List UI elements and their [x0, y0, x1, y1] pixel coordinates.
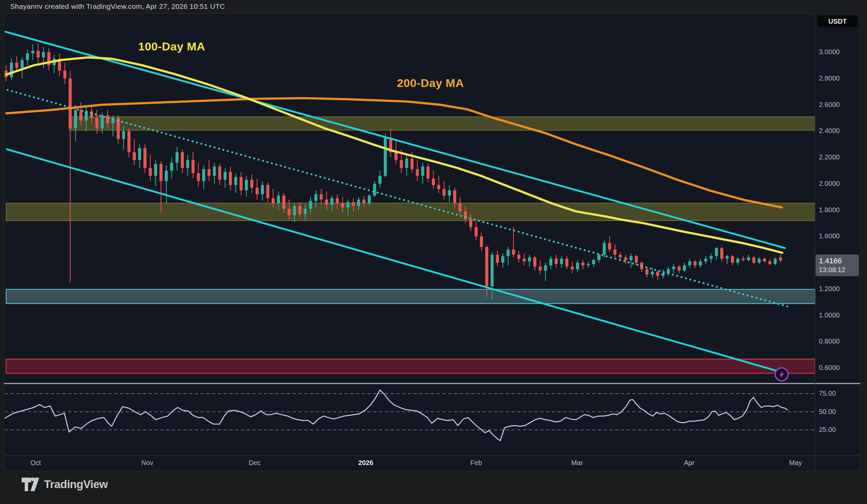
candle-body	[661, 273, 664, 276]
candle-body	[21, 60, 24, 68]
price-tick-1.6000[interactable]: 1.6000	[819, 232, 839, 240]
price-tick-2.2000[interactable]: 2.2000	[819, 153, 839, 161]
zone-support-1.09-1.20	[6, 289, 815, 304]
candle-body	[63, 70, 66, 78]
time-label-Mar[interactable]: Mar	[571, 459, 583, 467]
candle-body	[256, 187, 259, 194]
price-tick-2.8000[interactable]: 2.8000	[819, 75, 839, 82]
candle-body	[517, 255, 520, 259]
candle-body	[720, 248, 724, 259]
candle-body	[314, 194, 317, 201]
candle-body	[565, 259, 568, 266]
zone-support-0.56-0.67	[6, 359, 815, 373]
candle-body	[207, 169, 211, 176]
rsi-tick-25.00[interactable]: 25.00	[819, 426, 836, 434]
candle-body	[592, 260, 595, 264]
candle-body	[432, 178, 435, 185]
candle-body	[239, 177, 243, 190]
last-price-tag: 1.4166 13:08:12	[815, 254, 859, 276]
candle-body	[421, 166, 424, 176]
rsi-tick-50.00[interactable]: 50.00	[819, 408, 836, 416]
candle-body	[496, 255, 499, 263]
candle-body	[10, 63, 13, 77]
candle-body	[186, 160, 189, 168]
candle-body	[288, 209, 291, 215]
time-label-Nov[interactable]: Nov	[141, 459, 153, 467]
candle-body	[149, 168, 152, 176]
candle-body	[277, 196, 280, 204]
credit-line: Shayannv created with TradingView.com, A…	[10, 2, 225, 11]
candle-body	[410, 159, 414, 169]
candle-body	[74, 110, 77, 128]
candle-body	[405, 159, 408, 168]
candle-body	[15, 63, 18, 68]
candle-body	[709, 256, 713, 259]
candle-body	[688, 261, 691, 265]
candle-body	[79, 110, 82, 121]
candle-body	[143, 148, 147, 168]
time-label-2026[interactable]: 2026	[358, 459, 374, 467]
rsi-tick-75.00[interactable]: 75.00	[819, 390, 836, 397]
ma200-line	[7, 98, 782, 208]
candle-body	[533, 257, 536, 266]
candle-body	[742, 259, 745, 260]
candle-body	[555, 259, 558, 264]
price-tick-0.8000[interactable]: 0.8000	[819, 338, 839, 345]
candle-body	[378, 176, 381, 184]
candle-body	[426, 166, 429, 178]
price-tick-1.0000[interactable]: 1.0000	[819, 311, 839, 319]
tradingview-logo[interactable]: TradingView	[22, 476, 108, 492]
time-label-Apr[interactable]: Apr	[684, 459, 694, 467]
candle-body	[464, 211, 467, 219]
candle-body	[474, 227, 478, 236]
time-label-Dec[interactable]: Dec	[249, 459, 261, 467]
candle-body	[362, 199, 365, 204]
candle-body	[597, 255, 600, 260]
candle-body	[715, 248, 718, 256]
candle-body	[395, 152, 398, 160]
candle-body	[726, 256, 728, 259]
candle-body	[624, 257, 627, 260]
candle-body	[368, 196, 371, 204]
tradingview-logo-icon	[22, 476, 39, 492]
candle-body	[752, 257, 755, 263]
candle-body	[357, 199, 360, 206]
candle-body	[400, 160, 403, 168]
candle-body	[154, 164, 157, 176]
time-label-May[interactable]: May	[789, 459, 802, 467]
candle-body	[175, 152, 179, 163]
price-tick-2.0000[interactable]: 2.0000	[819, 180, 839, 187]
candle-body	[576, 263, 579, 269]
candle-body	[480, 236, 483, 247]
candle-body	[138, 148, 141, 160]
candle-body	[459, 204, 462, 211]
candle-body	[587, 264, 590, 265]
candle-body	[443, 189, 446, 195]
candle-body	[181, 152, 184, 168]
price-tick-3.0000[interactable]: 3.0000	[819, 48, 839, 56]
candle-body	[523, 259, 526, 261]
price-tick-1.2000[interactable]: 1.2000	[819, 285, 839, 293]
price-tick-2.4000[interactable]: 2.4000	[819, 127, 839, 135]
price-tick-0.6000[interactable]: 0.6000	[819, 364, 839, 372]
candle-body	[630, 256, 633, 260]
candle-body	[694, 261, 697, 265]
candle-body	[651, 272, 654, 274]
tradingview-screenshot: { "header": { "credit": "Shayannv create…	[0, 0, 867, 504]
candle-body	[603, 243, 606, 255]
candle-body	[731, 256, 734, 263]
quote-currency-badge[interactable]: USDT	[817, 15, 857, 27]
candle-body	[304, 209, 307, 214]
ma100-label: 100-Day MA	[138, 40, 205, 53]
zone-resistance-2.4-2.5	[69, 117, 815, 130]
candle-body	[485, 247, 488, 286]
price-tick-1.8000[interactable]: 1.8000	[819, 206, 839, 214]
candle-body	[234, 177, 237, 185]
candle-body	[699, 261, 702, 265]
time-label-Oct[interactable]: Oct	[30, 459, 41, 467]
candle-body	[36, 51, 40, 57]
price-tick-2.6000[interactable]: 2.6000	[819, 101, 839, 109]
candle-body	[448, 190, 451, 196]
candle-body	[31, 51, 34, 54]
time-label-Feb[interactable]: Feb	[470, 459, 482, 467]
